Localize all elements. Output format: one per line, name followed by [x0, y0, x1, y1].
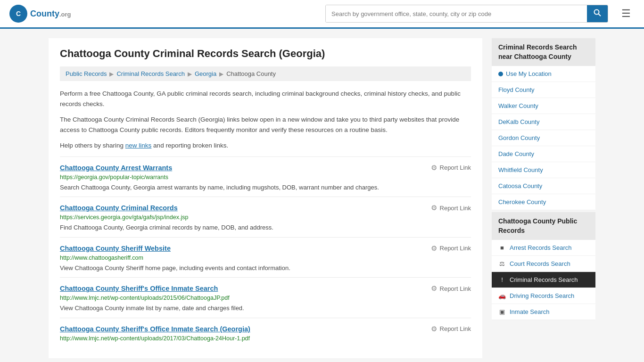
- sidebar: Criminal Records Search near Chattooga C…: [492, 38, 595, 358]
- record-url-1[interactable]: https://services.georgia.gov/gta/gafs/js…: [60, 214, 471, 221]
- sidebar-nearby-section: Criminal Records Search near Chattooga C…: [492, 38, 595, 210]
- report-label-2: Report Link: [440, 245, 471, 252]
- record-title-4[interactable]: Chattooga County Sheriff's Office Inmate…: [60, 325, 250, 333]
- report-icon-1: ⚙: [431, 204, 437, 212]
- search-input[interactable]: [326, 5, 587, 22]
- record-url-0[interactable]: https://georgia.gov/popular-topic/warran…: [60, 174, 471, 181]
- logo-icon: C: [9, 5, 27, 23]
- sidebar-county-link-1[interactable]: Walker County: [498, 102, 538, 109]
- record-title-0[interactable]: Chattooga County Arrest Warrants: [60, 164, 172, 172]
- record-header-0: Chattooga County Arrest Warrants ⚙ Repor…: [60, 164, 471, 172]
- use-my-location-item[interactable]: Use My Location: [492, 66, 595, 82]
- desc-para-1: Perform a free Chattooga County, GA publ…: [60, 89, 471, 109]
- svg-text:C: C: [16, 10, 21, 17]
- nearby-counties-list: Floyd CountyWalker CountyDeKalb CountyGo…: [492, 82, 595, 210]
- pr-icon-0: ■: [498, 244, 506, 251]
- record-item-0: Chattooga County Arrest Warrants ⚙ Repor…: [60, 156, 471, 197]
- search-button[interactable]: [587, 5, 608, 22]
- report-icon-4: ⚙: [431, 325, 437, 333]
- main-container: Chattooga County Criminal Records Search…: [39, 29, 605, 362]
- records-list: Chattooga County Arrest Warrants ⚙ Repor…: [60, 156, 471, 349]
- record-item-3: Chattooga County Sheriff's Office Inmate…: [60, 277, 471, 318]
- sidebar-pr-item-2[interactable]: ! Criminal Records Search: [492, 272, 595, 288]
- sidebar-pr-item-3[interactable]: 🚗 Driving Records Search: [492, 288, 595, 304]
- sidebar-county-item-2[interactable]: DeKalb County: [492, 114, 595, 130]
- record-header-4: Chattooga County Sheriff's Office Inmate…: [60, 325, 471, 333]
- breadcrumb-sep-2: ▶: [188, 71, 192, 77]
- pr-link-2[interactable]: Criminal Records Search: [510, 276, 578, 283]
- page-title: Chattooga County Criminal Records Search…: [60, 48, 471, 60]
- record-desc-3: View Chattooga County inmate list by nam…: [60, 304, 471, 313]
- svg-line-3: [599, 14, 601, 16]
- sidebar-pr-item-1[interactable]: ⚖ Court Records Search: [492, 256, 595, 272]
- new-links-link[interactable]: new links: [125, 142, 152, 149]
- pr-link-3[interactable]: Driving Records Search: [510, 292, 574, 299]
- record-url-2[interactable]: http://www.chattoogasheriff.com: [60, 255, 471, 261]
- sidebar-county-item-6[interactable]: Catoosa County: [492, 178, 595, 194]
- sidebar-county-link-7[interactable]: Cherokee County: [498, 198, 546, 206]
- breadcrumb-criminal-records[interactable]: Criminal Records Search: [116, 70, 185, 77]
- desc-para-3: Help others by sharing new links and rep…: [60, 140, 471, 151]
- report-label-0: Report Link: [440, 164, 471, 171]
- desc-para3-prefix: Help others by sharing: [60, 142, 125, 149]
- sidebar-pr-item-4[interactable]: ▣ Inmate Search: [492, 304, 595, 320]
- report-icon-3: ⚙: [431, 284, 437, 293]
- pr-link-1[interactable]: Court Records Search: [510, 260, 570, 267]
- sidebar-county-link-2[interactable]: DeKalb County: [498, 118, 539, 125]
- breadcrumb-public-records[interactable]: Public Records: [66, 70, 107, 77]
- record-url-4[interactable]: http://www.lmjc.net/wp-content/uploads/2…: [60, 335, 471, 342]
- record-header-1: Chattooga County Criminal Records ⚙ Repo…: [60, 204, 471, 212]
- record-title-2[interactable]: Chattooga County Sheriff Website: [60, 245, 171, 252]
- record-desc-2: View Chattooga County Sheriff home page,…: [60, 263, 471, 273]
- breadcrumb-georgia[interactable]: Georgia: [195, 70, 216, 77]
- sidebar-county-item-0[interactable]: Floyd County: [492, 82, 595, 98]
- sidebar-county-item-1[interactable]: Walker County: [492, 98, 595, 114]
- record-item-1: Chattooga County Criminal Records ⚙ Repo…: [60, 197, 471, 237]
- report-label-3: Report Link: [440, 285, 471, 292]
- sidebar-county-link-6[interactable]: Catoosa County: [498, 182, 542, 189]
- breadcrumb: Public Records ▶ Criminal Records Search…: [60, 66, 471, 81]
- breadcrumb-sep-3: ▶: [219, 71, 223, 77]
- pr-icon-2: !: [498, 276, 506, 283]
- record-desc-1: Find Chattooga County, Georgia criminal …: [60, 223, 471, 232]
- pr-icon-4: ▣: [498, 308, 506, 315]
- report-label-1: Report Link: [440, 205, 471, 212]
- report-link-btn-2[interactable]: ⚙ Report Link: [431, 244, 471, 253]
- pr-link-0[interactable]: Arrest Records Search: [510, 244, 572, 251]
- report-icon-2: ⚙: [431, 244, 437, 253]
- report-link-btn-0[interactable]: ⚙ Report Link: [431, 164, 471, 172]
- pr-link-4[interactable]: Inmate Search: [510, 308, 550, 315]
- logo-area[interactable]: C County.org: [9, 5, 71, 23]
- pr-icon-1: ⚖: [498, 260, 506, 267]
- record-header-2: Chattooga County Sheriff Website ⚙ Repor…: [60, 244, 471, 253]
- record-item-2: Chattooga County Sheriff Website ⚙ Repor…: [60, 237, 471, 278]
- sidebar-county-link-3[interactable]: Gordon County: [498, 134, 540, 141]
- record-url-3[interactable]: http://www.lmjc.net/wp-content/uploads/2…: [60, 295, 471, 301]
- report-link-btn-3[interactable]: ⚙ Report Link: [431, 284, 471, 293]
- sidebar-county-link-0[interactable]: Floyd County: [498, 86, 535, 93]
- report-label-4: Report Link: [440, 325, 471, 332]
- desc-para3-suffix: and reporting broken links.: [151, 142, 228, 149]
- sidebar-pr-item-0[interactable]: ■ Arrest Records Search: [492, 240, 595, 256]
- breadcrumb-chattooga: Chattooga County: [226, 70, 276, 77]
- report-link-btn-4[interactable]: ⚙ Report Link: [431, 325, 471, 333]
- public-records-list: ■ Arrest Records Search ⚖ Court Records …: [492, 240, 595, 320]
- sidebar-county-link-4[interactable]: Dade County: [498, 150, 534, 157]
- sidebar-county-item-7[interactable]: Cherokee County: [492, 194, 595, 210]
- menu-button[interactable]: ☰: [618, 6, 635, 22]
- desc-para-2: The Chattooga County Criminal Records Se…: [60, 115, 471, 135]
- sidebar-public-records-header: Chattooga County Public Records: [492, 212, 595, 240]
- record-title-1[interactable]: Chattooga County Criminal Records: [60, 204, 178, 212]
- sidebar-county-item-4[interactable]: Dade County: [492, 146, 595, 162]
- sidebar-county-link-5[interactable]: Whitfield County: [498, 166, 543, 173]
- search-container: [325, 5, 608, 23]
- sidebar-county-item-3[interactable]: Gordon County: [492, 130, 595, 146]
- svg-point-2: [594, 10, 599, 15]
- record-title-3[interactable]: Chattooga County Sheriff's Office Inmate…: [60, 285, 218, 292]
- content: Chattooga County Criminal Records Search…: [49, 38, 482, 358]
- report-link-btn-1[interactable]: ⚙ Report Link: [431, 204, 471, 212]
- location-dot-icon: [498, 72, 503, 76]
- logo-text: County.org: [30, 9, 71, 19]
- sidebar-nearby-header: Criminal Records Search near Chattooga C…: [492, 38, 595, 66]
- sidebar-county-item-5[interactable]: Whitfield County: [492, 162, 595, 178]
